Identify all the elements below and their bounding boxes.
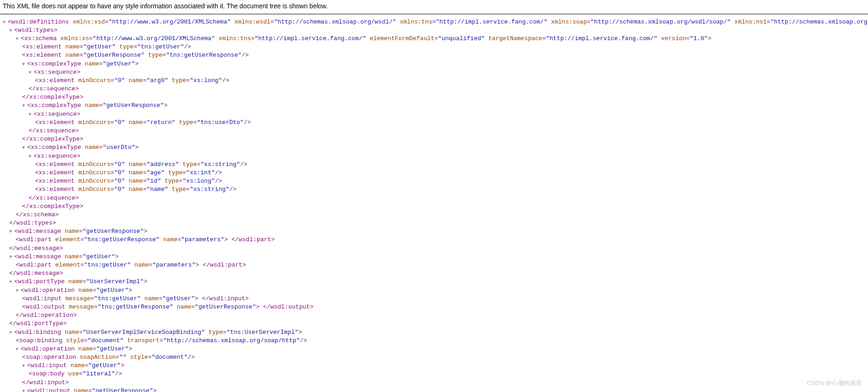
xml-leaf: <wsdl:part element="tns:getUserResponse"… bbox=[16, 236, 275, 243]
xml-leaf: <wsdl:part element="tns:getUser" name="p… bbox=[16, 261, 246, 268]
xml-open-tag: <xs:sequence> bbox=[34, 69, 80, 76]
xml-element-xs-element: <xs:element minOccurs="0" name="address"… bbox=[35, 160, 865, 169]
xml-leaf: <xs:element minOccurs="0" name="arg0" ty… bbox=[35, 77, 229, 84]
xml-open-tag: <wsdl:portType name="UserServerImpl"> bbox=[14, 278, 148, 285]
xml-element-wsdl-message: ▼<wsdl:message name="getUserResponse"><w… bbox=[9, 227, 865, 253]
xml-no-style-notice: This XML file does not appear to have an… bbox=[0, 0, 868, 14]
expand-arrow-icon[interactable]: ▼ bbox=[22, 363, 27, 369]
xml-element-xs-complexType: ▼<xs:complexType name="getUser">▼<xs:seq… bbox=[22, 60, 865, 102]
xml-element-wsdl-part: <wsdl:part element="tns:getUserResponse"… bbox=[16, 236, 865, 244]
xml-open-tag: <wsdl:definitions xmlns:xsd="http://www.… bbox=[8, 18, 868, 25]
xml-leaf: <xs:element name="getUser" type="tns:get… bbox=[22, 43, 191, 50]
xml-element-wsdl-message: ▼<wsdl:message name="getUser"><wsdl:part… bbox=[9, 253, 865, 278]
xml-open-tag: <xs:sequence> bbox=[34, 153, 80, 160]
xml-leaf: <xs:element minOccurs="0" name="name" ty… bbox=[35, 186, 236, 193]
xml-open-tag: <wsdl:binding name="UserServerImplServic… bbox=[14, 329, 302, 336]
xml-close-tag: </wsdl:portType> bbox=[9, 320, 67, 327]
expand-arrow-icon[interactable]: ▼ bbox=[9, 28, 14, 34]
xml-close-tag: </xs:sequence> bbox=[29, 127, 79, 134]
xml-open-tag: <wsdl:output name="getUserResponse"> bbox=[27, 387, 157, 392]
xml-element-wsdl-definitions: ▼<wsdl:definitions xmlns:xsd="http://www… bbox=[3, 18, 865, 392]
xml-open-tag: <xs:complexType name="userDto"> bbox=[27, 144, 139, 151]
xml-leaf: <xs:element name="getUserResponse" type=… bbox=[22, 52, 249, 59]
xml-element-wsdl-portType: ▼<wsdl:portType name="UserServerImpl">▼<… bbox=[9, 278, 865, 328]
xml-element-xs-element: <xs:element name="getUser" type="tns:get… bbox=[22, 43, 865, 51]
xml-open-tag: <wsdl:operation name="getUser"> bbox=[21, 345, 132, 352]
expand-arrow-icon[interactable]: ▼ bbox=[29, 70, 33, 76]
xml-close-tag: </wsdl:types> bbox=[9, 220, 56, 226]
xml-element-xs-sequence: ▼<xs:sequence><xs:element minOccurs="0" … bbox=[29, 110, 865, 136]
xml-leaf: <wsdl:input message="tns:getUser" name="… bbox=[22, 295, 249, 302]
xml-element-soap-binding: <soap:binding style="document" transport… bbox=[16, 337, 865, 345]
expand-arrow-icon[interactable]: ▼ bbox=[16, 288, 20, 294]
expand-arrow-icon[interactable]: ▼ bbox=[29, 154, 33, 160]
xml-leaf: <soap:operation soapAction="" style="doc… bbox=[22, 354, 195, 361]
xml-element-wsdl-input: ▼<wsdl:input name="getUser"><soap:body u… bbox=[22, 362, 865, 387]
expand-arrow-icon[interactable]: ▼ bbox=[22, 61, 27, 68]
xml-leaf: <xs:element minOccurs="0" name="age" typ… bbox=[35, 169, 222, 176]
xml-leaf: <xs:element minOccurs="0" name="address"… bbox=[35, 161, 247, 168]
xml-leaf: <soap:binding style="document" transport… bbox=[16, 337, 307, 344]
xml-open-tag: <xs:complexType name="getUser"> bbox=[27, 60, 139, 67]
xml-element-wsdl-operation: ▼<wsdl:operation name="getUser"><wsdl:in… bbox=[16, 286, 865, 320]
xml-element-wsdl-output: ▼<wsdl:output name="getUserResponse"><so… bbox=[22, 387, 865, 392]
xml-open-tag: <wsdl:input name="getUser"> bbox=[27, 362, 124, 369]
xml-close-tag: </wsdl:message> bbox=[9, 270, 63, 277]
xml-leaf: <xs:element minOccurs="0" name="return" … bbox=[35, 119, 251, 126]
xml-element-soap-body: <soap:body use="literal"/> bbox=[29, 370, 865, 378]
xml-close-tag: </xs:sequence> bbox=[29, 195, 79, 202]
xml-tree: ▼<wsdl:definitions xmlns:xsd="http://www… bbox=[0, 18, 868, 392]
xml-element-soap-operation: <soap:operation soapAction="" style="doc… bbox=[22, 353, 865, 362]
expand-arrow-icon[interactable]: ▼ bbox=[3, 19, 7, 26]
xml-open-tag: <wsdl:message name="getUser"> bbox=[14, 253, 118, 260]
expand-arrow-icon[interactable]: ▼ bbox=[16, 36, 20, 42]
xml-open-tag: <wsdl:message name="getUserResponse"> bbox=[14, 228, 148, 235]
xml-element-xs-sequence: ▼<xs:sequence><xs:element minOccurs="0" … bbox=[29, 68, 865, 94]
xml-close-tag: </xs:complexType> bbox=[22, 94, 83, 101]
xml-element-wsdl-operation: ▼<wsdl:operation name="getUser"><soap:op… bbox=[16, 345, 865, 392]
xml-element-xs-element: <xs:element minOccurs="0" name="return" … bbox=[35, 119, 865, 127]
xml-element-xs-element: <xs:element minOccurs="0" name="age" typ… bbox=[35, 169, 865, 177]
xml-leaf: <xs:element minOccurs="0" name="id" type… bbox=[35, 178, 222, 184]
xml-element-wsdl-input: <wsdl:input message="tns:getUser" name="… bbox=[22, 295, 865, 303]
xml-close-tag: </wsdl:input> bbox=[22, 379, 69, 386]
xml-element-xs-element: <xs:element minOccurs="0" name="id" type… bbox=[35, 177, 865, 185]
xml-leaf: <soap:body use="literal"/> bbox=[29, 370, 122, 377]
xml-open-tag: <xs:sequence> bbox=[34, 111, 80, 118]
xml-open-tag: <xs:schema xmlns:xs="http://www.w3.org/2… bbox=[21, 35, 711, 42]
watermark: CSDN @心潮的滴滴 bbox=[807, 379, 862, 387]
xml-element-xs-schema: ▼<xs:schema xmlns:xs="http://www.w3.org/… bbox=[16, 35, 865, 219]
xml-element-wsdl-binding: ▼<wsdl:binding name="UserServerImplServi… bbox=[9, 328, 865, 392]
expand-arrow-icon[interactable]: ▼ bbox=[9, 254, 14, 261]
xml-open-tag: <wsdl:types> bbox=[14, 27, 58, 34]
xml-close-tag: </xs:complexType> bbox=[22, 203, 83, 210]
expand-arrow-icon[interactable]: ▼ bbox=[9, 229, 14, 235]
xml-leaf: <wsdl:output message="tns:getUserRespons… bbox=[22, 303, 313, 310]
xml-element-wsdl-output: <wsdl:output message="tns:getUserRespons… bbox=[22, 303, 865, 311]
xml-close-tag: </wsdl:message> bbox=[9, 245, 63, 252]
xml-element-wsdl-types: ▼<wsdl:types>▼<xs:schema xmlns:xs="http:… bbox=[9, 26, 865, 228]
xml-close-tag: </wsdl:operation> bbox=[16, 312, 77, 319]
xml-close-tag: </xs:schema> bbox=[16, 211, 59, 218]
expand-arrow-icon[interactable]: ▼ bbox=[22, 145, 27, 151]
expand-arrow-icon[interactable]: ▼ bbox=[9, 279, 14, 285]
xml-element-xs-element: <xs:element name="getUserResponse" type=… bbox=[22, 51, 865, 59]
xml-open-tag: <wsdl:operation name="getUser"> bbox=[21, 287, 132, 294]
xml-close-tag: </xs:complexType> bbox=[22, 136, 83, 143]
xml-element-xs-complexType: ▼<xs:complexType name="getUserResponse">… bbox=[22, 101, 865, 143]
xml-element-xs-sequence: ▼<xs:sequence><xs:element minOccurs="0" … bbox=[29, 152, 865, 202]
xml-element-xs-complexType: ▼<xs:complexType name="userDto">▼<xs:seq… bbox=[22, 143, 865, 211]
expand-arrow-icon[interactable]: ▼ bbox=[22, 388, 27, 392]
expand-arrow-icon[interactable]: ▼ bbox=[16, 346, 20, 353]
xml-element-xs-element: <xs:element minOccurs="0" name="arg0" ty… bbox=[35, 77, 865, 85]
xml-open-tag: <xs:complexType name="getUserResponse"> bbox=[27, 102, 167, 109]
xml-element-xs-element: <xs:element minOccurs="0" name="name" ty… bbox=[35, 185, 865, 194]
xml-element-wsdl-part: <wsdl:part element="tns:getUser" name="p… bbox=[16, 261, 865, 269]
expand-arrow-icon[interactable]: ▼ bbox=[22, 103, 27, 109]
expand-arrow-icon[interactable]: ▼ bbox=[9, 330, 14, 336]
xml-close-tag: </xs:sequence> bbox=[29, 85, 79, 92]
expand-arrow-icon[interactable]: ▼ bbox=[29, 112, 33, 118]
